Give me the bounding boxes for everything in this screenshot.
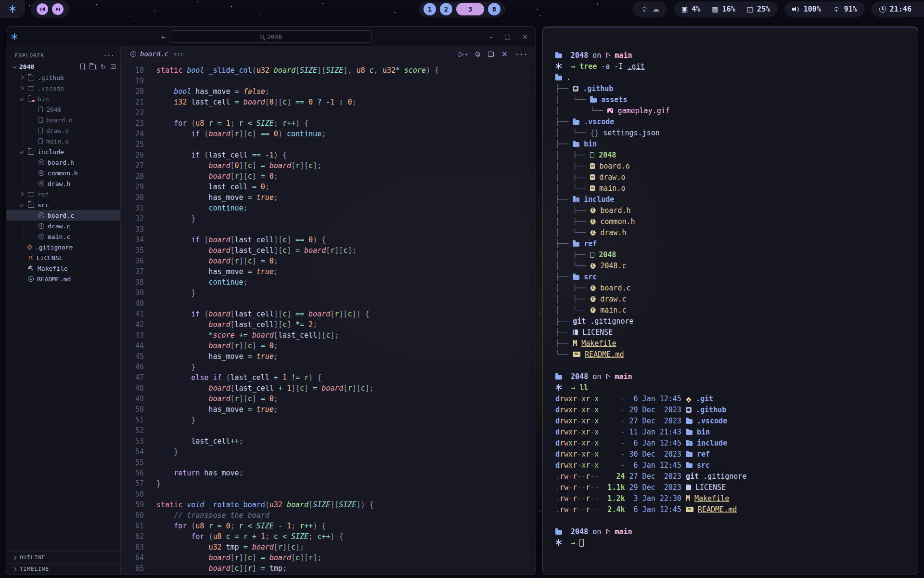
- fold-icon: [28, 192, 34, 197]
- line-number: 44: [121, 341, 144, 351]
- code-line: 33: [121, 224, 536, 235]
- line-number: 47: [121, 372, 144, 383]
- split-editor-icon[interactable]: [488, 52, 494, 57]
- file-item-draw.h[interactable]: draw.h: [6, 178, 120, 189]
- project-root-folder[interactable]: 2048 ↻: [6, 61, 120, 72]
- line-number: 36: [121, 256, 144, 266]
- code-line: 56 return has_move;: [121, 468, 536, 478]
- vscode-logo-icon: [14, 33, 15, 40]
- terminal-window[interactable]: 2048 on main → tree -a -I .git .├── .git…: [542, 26, 918, 575]
- run-dropdown-icon[interactable]: [465, 53, 468, 55]
- file-item-board.h[interactable]: board.h: [6, 157, 120, 168]
- file-label: 2048: [46, 106, 61, 113]
- nav-back-button[interactable]: ←: [161, 32, 166, 41]
- minimize-button[interactable]: –: [489, 33, 493, 40]
- refresh-explorer-button[interactable]: ↻: [101, 63, 106, 70]
- file-item-bin[interactable]: bin: [6, 93, 120, 104]
- file-item-.vscode[interactable]: .vscode: [6, 83, 120, 93]
- file-item-board.o[interactable]: board.o: [6, 115, 120, 125]
- audio-wifi-stats[interactable]: ) 100% 91%: [784, 1, 865, 17]
- line-number: 24: [121, 129, 144, 139]
- file-item-board.c[interactable]: board.c: [6, 210, 120, 221]
- workspace-2[interactable]: 2: [440, 3, 452, 15]
- file-item-.github[interactable]: .github: [6, 72, 120, 83]
- ram-usage: 16%: [722, 5, 735, 13]
- ringH-icon: [38, 181, 44, 186]
- media-prev-button[interactable]: [37, 3, 48, 15]
- outline-panel-header[interactable]: OUTLINE: [6, 552, 120, 563]
- file-item-ref[interactable]: ref: [6, 189, 120, 199]
- terminal-line: │ ├── board.h: [555, 205, 905, 216]
- line-number: 41: [121, 309, 144, 319]
- run-button[interactable]: ▷: [459, 50, 464, 58]
- speaker-icon: [792, 6, 798, 12]
- network-indicators[interactable]: ☁: [633, 1, 667, 17]
- terminal-line: ├── bin: [555, 139, 905, 150]
- new-folder-button[interactable]: [90, 65, 96, 69]
- terminal-line: ├── ref: [555, 238, 905, 250]
- branch-icon: [605, 52, 610, 58]
- folder-icon: [686, 452, 693, 457]
- terminal-line: 2048 on main: [555, 50, 905, 61]
- workspace-1[interactable]: 1: [424, 3, 436, 15]
- settings-gear-icon[interactable]: [475, 52, 480, 57]
- file-item-LICENSE[interactable]: LICENSE: [6, 252, 120, 263]
- code-line: 60 // transpose the board: [121, 510, 536, 521]
- terminal-line: ├── M Makefile: [555, 338, 905, 349]
- code-line: 55: [121, 457, 536, 468]
- folderop-icon: [555, 375, 562, 380]
- collapse-folders-button[interactable]: [111, 64, 116, 69]
- code-view[interactable]: 18static bool _slide_col(u32 board[SIZE]…: [121, 62, 536, 575]
- terminal-line: 2048 on main: [555, 371, 905, 382]
- vscode-titlebar[interactable]: ← → 2048 – ▢ ×: [6, 27, 536, 46]
- nix-menu-button[interactable]: [0, 0, 25, 18]
- workspace-3-active[interactable]: 3: [456, 3, 484, 15]
- terminal-line: │ ├── 2048: [555, 150, 905, 161]
- chevron-right-icon: [20, 76, 24, 79]
- file-item-src[interactable]: src: [6, 199, 120, 210]
- media-next-button[interactable]: [52, 3, 64, 15]
- line-number: 58: [121, 489, 144, 499]
- tab-board-c[interactable]: board.c src: [130, 50, 184, 58]
- file-item-.gitignore[interactable]: .gitignore: [6, 242, 120, 252]
- file-label: board.h: [48, 159, 74, 166]
- terminal-line: │ └── main.c: [555, 305, 905, 316]
- file-item-include[interactable]: include: [6, 146, 120, 157]
- ringH-icon: [38, 159, 44, 165]
- code-line: 43 *score += board[last_cell][c];: [121, 330, 536, 341]
- workspace-8[interactable]: 8: [488, 3, 500, 15]
- workspace-switcher: 1238: [419, 1, 505, 17]
- code-line: 51 }: [121, 415, 536, 425]
- file-item-main.o[interactable]: main.o: [6, 136, 120, 146]
- terminal-line: →: [555, 538, 905, 549]
- maximize-button[interactable]: ▢: [504, 33, 511, 40]
- code-line: 41 if (board[last_cell][c] == board[r][c…: [121, 309, 536, 319]
- timeline-panel-header[interactable]: TIMELINE: [6, 563, 120, 575]
- editor-more-icon[interactable]: ···: [515, 51, 528, 58]
- explorer-more-button[interactable]: ···: [103, 53, 115, 59]
- file-tree: .github.vscodebin2048board.odraw.omain.o…: [6, 72, 120, 284]
- clock-widget[interactable]: 21:46: [872, 1, 924, 17]
- fold-red-icon: [28, 97, 34, 102]
- disk-usage: 25%: [757, 5, 770, 13]
- file-item-README.md[interactable]: README.md: [6, 274, 120, 284]
- media-controls: [31, 0, 69, 18]
- command-center-search[interactable]: 2048: [170, 30, 372, 43]
- new-file-button[interactable]: [80, 64, 85, 69]
- file-item-main.c[interactable]: main.c: [6, 231, 120, 242]
- file-item-2048[interactable]: 2048: [6, 104, 120, 115]
- terminal-line: 2048 on main: [555, 526, 905, 538]
- line-number: 21: [121, 97, 144, 107]
- vpn-wifi-icon: [641, 6, 648, 12]
- code-line: 46 }: [121, 362, 536, 372]
- file-item-draw.c[interactable]: draw.c: [6, 221, 120, 231]
- fold-icon: [28, 150, 34, 155]
- close-button[interactable]: ×: [522, 33, 528, 40]
- close-editor-icon[interactable]: ×: [501, 50, 508, 58]
- line-number: 28: [121, 171, 144, 182]
- terminal-line: │ └── main.o: [555, 183, 905, 194]
- file-item-draw.o[interactable]: draw.o: [6, 125, 120, 136]
- file-item-Makefile[interactable]: Makefile: [6, 263, 120, 274]
- file-item-common.h[interactable]: common.h: [6, 168, 120, 178]
- system-stats[interactable]: ▣ 4% ▤ 16% ◫ 25%: [674, 1, 778, 17]
